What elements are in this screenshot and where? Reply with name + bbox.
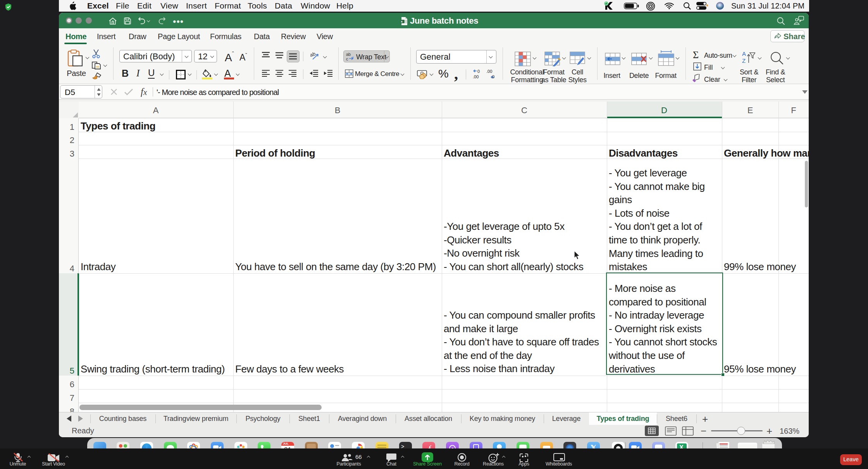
svg-text:.00: .00 <box>473 74 479 79</box>
svg-text:Z: Z <box>742 57 746 64</box>
svg-text:x: x <box>401 20 403 23</box>
svg-text:ab: ab <box>346 52 351 57</box>
svg-text:c: c <box>346 57 348 61</box>
svg-text:.00: .00 <box>486 69 492 74</box>
svg-text:0: 0 <box>477 69 480 74</box>
svg-text:0: 0 <box>492 74 494 79</box>
svg-text:A: A <box>742 50 746 57</box>
